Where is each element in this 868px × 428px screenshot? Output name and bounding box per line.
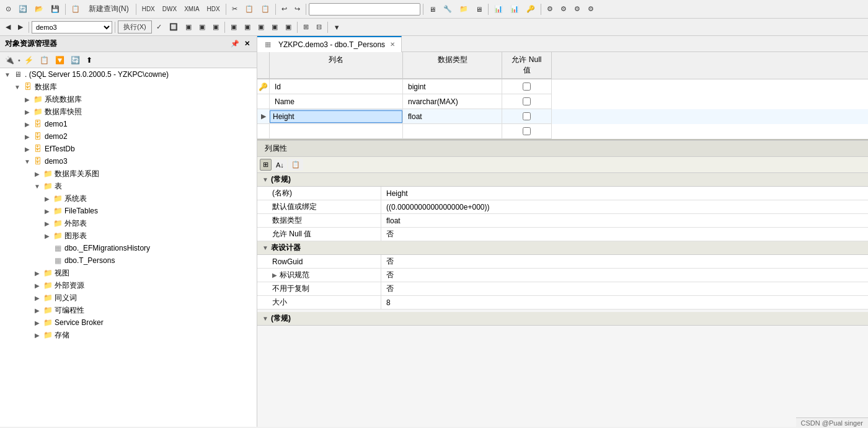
eftestdb-toggle[interactable]: ▶	[22, 146, 32, 153]
parse-btn[interactable]: 🔲	[166, 21, 181, 33]
table-row-id[interactable]: 🔑 Id bigint	[257, 79, 868, 94]
btn-undo[interactable]: ↩	[278, 3, 290, 15]
tree-tables[interactable]: ▼ 📁 表	[0, 180, 257, 192]
btn-forward[interactable]: ▶	[15, 21, 26, 33]
file-tables-toggle[interactable]: ▶	[42, 208, 52, 215]
synonyms-toggle[interactable]: ▶	[32, 295, 42, 301]
btn-ts3[interactable]: ▣	[210, 21, 222, 33]
close-panel-button[interactable]: ✕	[242, 39, 252, 48]
server-toggle[interactable]: ▼	[2, 71, 12, 78]
collapse-btn[interactable]: ⬆	[84, 54, 95, 66]
tree-views[interactable]: ▶ 📁 视图	[0, 267, 257, 279]
btn-cut[interactable]: ✂	[229, 3, 241, 15]
tab-t-persons[interactable]: ▦ YZKPC.demo3 - dbo.T_Persons ✕	[257, 36, 402, 52]
checkbox-height[interactable]	[523, 112, 531, 120]
btn-misc8[interactable]: ⚙	[544, 3, 556, 15]
btn-misc6[interactable]: 📊	[507, 3, 522, 15]
t-persons-toggle[interactable]	[42, 257, 52, 264]
connect-btn[interactable]: 🔌	[2, 54, 17, 66]
btn-ts9[interactable]: ⊞	[300, 21, 312, 33]
btn-misc1[interactable]: 🖥	[426, 4, 439, 15]
db-diagram-toggle[interactable]: ▶	[32, 171, 42, 177]
btn-misc7[interactable]: 🔑	[523, 3, 538, 15]
btn-misc4[interactable]: 🖥	[472, 4, 485, 15]
menu-file[interactable]: ⊙	[2, 3, 14, 15]
tree-sys-tables[interactable]: ▶ 📁 系统表	[0, 192, 257, 205]
system-db-toggle[interactable]: ▶	[22, 96, 32, 103]
btn-back[interactable]: ◀	[2, 21, 14, 33]
btn-misc11[interactable]: ⚙	[585, 3, 597, 15]
tree-graph-tables[interactable]: ▶ 📁 图形表	[0, 230, 257, 242]
btn-open[interactable]: 📂	[32, 3, 46, 15]
disconnect-btn[interactable]: ⚡	[22, 54, 36, 66]
tree-system-db[interactable]: ▶ 📁 系统数据库	[0, 93, 257, 105]
demo3-toggle[interactable]: ▼	[22, 158, 32, 165]
checkbox-id[interactable]	[523, 82, 531, 91]
tree-server-node[interactable]: ▼ 🖥 . (SQL Server 15.0.2000.5 - YZKPC\co…	[0, 68, 257, 81]
btn-misc9[interactable]: ⚙	[557, 3, 570, 15]
ef-migrations-toggle[interactable]	[42, 245, 52, 252]
btn-misc3[interactable]: 📁	[456, 3, 471, 15]
btn-hdx[interactable]: HDX	[139, 4, 158, 14]
pin-button[interactable]: 📌	[229, 39, 241, 48]
prop-section-general2[interactable]: ▼ (常规)	[257, 312, 868, 326]
btn-ts5[interactable]: ▣	[241, 21, 254, 33]
execute-button[interactable]: 执行(X)	[118, 20, 152, 33]
table-row-height[interactable]: ▶ float	[257, 109, 868, 124]
btn-paste[interactable]: 📋	[258, 3, 273, 15]
refresh-btn[interactable]: 🔄	[68, 54, 82, 66]
ext-resources-toggle[interactable]: ▶	[32, 282, 42, 289]
checkbox-empty[interactable]	[523, 127, 531, 135]
graph-tables-toggle[interactable]: ▶	[42, 233, 52, 239]
tree-demo3[interactable]: ▼ 🗄 demo3	[0, 155, 257, 167]
tree-ext-resources[interactable]: ▶ 📁 外部资源	[0, 279, 257, 292]
btn-ts8[interactable]: ▣	[282, 21, 294, 33]
tree-service-broker[interactable]: ▶ 📁 Service Broker	[0, 316, 257, 329]
btn-redo[interactable]: ↪	[291, 3, 303, 15]
demo1-toggle[interactable]: ▶	[22, 121, 32, 128]
tree-eftestdb[interactable]: ▶ 🗄 EfTestDb	[0, 143, 257, 155]
btn-copy[interactable]: 📋	[242, 3, 257, 15]
tree-storage[interactable]: ▶ 📁 存储	[0, 329, 257, 341]
tree-file-tables[interactable]: ▶ 📁 FileTables	[0, 205, 257, 217]
btn-dwx[interactable]: DWX	[159, 4, 180, 14]
new-query-oe-btn[interactable]: 📋	[37, 54, 51, 66]
filter-btn[interactable]: 🔽	[53, 54, 67, 66]
views-toggle[interactable]: ▶	[32, 270, 42, 277]
storage-toggle[interactable]: ▶	[32, 332, 42, 339]
prop-btn-categorized[interactable]: ⊞	[260, 159, 272, 171]
programmability-toggle[interactable]: ▶	[32, 307, 42, 314]
tree-demo1[interactable]: ▶ 🗄 demo1	[0, 118, 257, 130]
prop-section-tabledesigner[interactable]: ▼ 表设计器	[257, 241, 868, 255]
prop-row-identity[interactable]: ▶ 标识规范 否	[257, 269, 868, 282]
btn-new[interactable]: 🔄	[16, 3, 30, 15]
tab-close-button[interactable]: ✕	[389, 41, 396, 48]
btn-xmia[interactable]: XMIA	[181, 4, 202, 14]
tree-db-snapshot[interactable]: ▶ 📁 数据库快照	[0, 105, 257, 118]
btn-ts10[interactable]: ⊟	[313, 21, 325, 33]
tree-databases[interactable]: ▼ 🗄 数据库	[0, 81, 257, 93]
databases-toggle[interactable]: ▼	[12, 84, 22, 91]
prop-section-general[interactable]: ▼ (常规)	[257, 173, 868, 187]
btn-misc10[interactable]: ⚙	[571, 3, 583, 15]
tree-ext-tables[interactable]: ▶ 📁 外部表	[0, 217, 257, 230]
btn-ts2[interactable]: ▣	[196, 21, 208, 33]
td-name-height[interactable]	[270, 109, 403, 124]
btn-search-box[interactable]	[309, 3, 420, 16]
service-broker-toggle[interactable]: ▶	[32, 319, 42, 326]
btn-new-query[interactable]: 📋	[68, 3, 83, 15]
btn-new-query-label[interactable]: 新建查询(N)	[84, 2, 133, 16]
demo2-toggle[interactable]: ▶	[22, 133, 32, 140]
db-snapshot-toggle[interactable]: ▶	[22, 109, 32, 115]
btn-misc5[interactable]: 📊	[491, 3, 506, 15]
tree-demo2[interactable]: ▶ 🗄 demo2	[0, 130, 257, 143]
table-row-empty[interactable]	[257, 124, 868, 139]
tables-toggle[interactable]: ▼	[32, 183, 42, 190]
tree-ef-migrations[interactable]: ▦ dbo._EFMigrationsHistory	[0, 242, 257, 254]
database-selector[interactable]: demo3	[32, 21, 112, 33]
height-name-input[interactable]	[270, 110, 402, 123]
table-row-name[interactable]: Name nvarchar(MAX)	[257, 94, 868, 109]
btn-ts6[interactable]: ▣	[255, 21, 267, 33]
btn-save-all[interactable]: 💾	[48, 3, 63, 15]
checkbox-name[interactable]	[523, 97, 531, 105]
